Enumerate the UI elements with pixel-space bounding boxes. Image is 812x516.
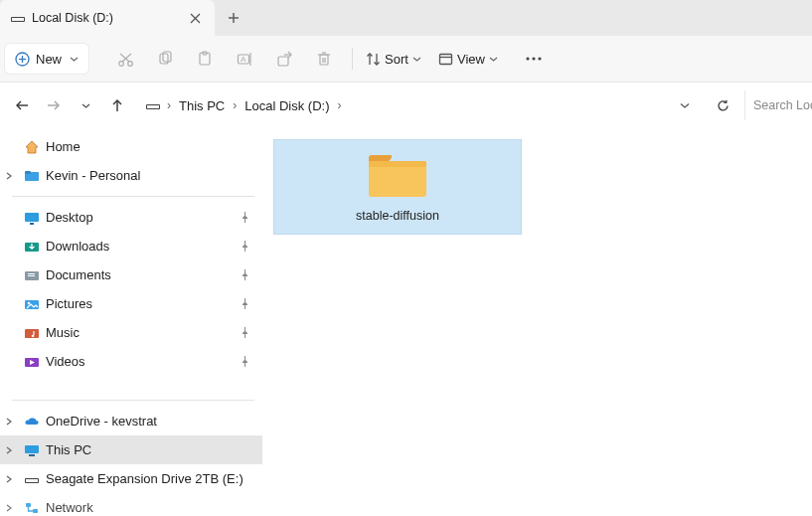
sidebar-separator — [12, 400, 254, 401]
new-button-label: New — [36, 52, 62, 67]
main-toolbar: New A Sort View — [0, 36, 812, 83]
svg-line-11 — [120, 54, 129, 62]
close-tab-button[interactable] — [183, 6, 207, 30]
cut-button[interactable] — [107, 43, 143, 75]
sidebar-item-videos[interactable]: Videos — [0, 347, 262, 376]
pin-icon — [240, 240, 250, 255]
file-list-pane[interactable]: stable-diffusion — [263, 129, 812, 516]
refresh-button[interactable] — [707, 89, 738, 121]
sidebar-item-label: Desktop — [46, 210, 93, 225]
tab-title: Local Disk (D:) — [32, 11, 177, 25]
sidebar-item-personal[interactable]: Kevin - Personal — [0, 161, 262, 190]
breadcrumb-this-pc[interactable]: This PC — [177, 96, 227, 115]
new-button[interactable]: New — [4, 43, 89, 75]
svg-point-55 — [32, 334, 35, 337]
sidebar-item-onedrive[interactable]: OneDrive - kevstrat — [0, 407, 262, 435]
sidebar-item-desktop[interactable]: Desktop — [0, 203, 262, 232]
delete-button[interactable] — [306, 43, 342, 75]
expand-icon[interactable] — [4, 415, 14, 430]
expand-icon[interactable] — [4, 501, 14, 516]
sort-label: Sort — [385, 52, 408, 67]
sidebar-item-this-pc[interactable]: This PC — [0, 435, 262, 464]
drive-icon — [24, 471, 40, 487]
view-icon — [438, 52, 453, 67]
more-button[interactable] — [514, 43, 554, 75]
folder-icon — [366, 152, 429, 203]
drive-icon — [10, 10, 26, 26]
svg-rect-22 — [320, 55, 328, 65]
pin-icon — [240, 211, 250, 226]
svg-rect-44 — [244, 219, 245, 223]
folder-stable-diffusion[interactable]: stable-diffusion — [273, 139, 522, 235]
view-button[interactable]: View — [432, 43, 504, 75]
sidebar-item-downloads[interactable]: Downloads — [0, 232, 262, 260]
drive-icon — [145, 97, 161, 113]
breadcrumb-sep: › — [335, 98, 343, 112]
nav-back-button[interactable] — [6, 89, 38, 121]
svg-rect-48 — [28, 273, 35, 274]
pin-icon — [240, 326, 250, 341]
svg-rect-61 — [29, 454, 35, 456]
share-button[interactable] — [266, 43, 302, 75]
address-bar-row: › This PC › Local Disk (D:) › Search Loc… — [0, 83, 812, 129]
sidebar-item-network[interactable]: Network — [0, 493, 262, 516]
svg-point-52 — [28, 301, 31, 304]
svg-rect-41 — [25, 171, 31, 174]
tab-local-disk-d[interactable]: Local Disk (D:) — [0, 0, 215, 36]
svg-rect-46 — [244, 248, 245, 252]
toolbar-separator — [352, 48, 353, 70]
search-input[interactable]: Search Local Disk (D:) — [744, 90, 812, 120]
address-bar[interactable]: › This PC › Local Disk (D:) › — [139, 89, 669, 121]
sidebar-item-label: Seagate Expansion Drive 2TB (E:) — [46, 471, 244, 486]
chevron-down-icon — [489, 55, 498, 64]
svg-rect-53 — [244, 305, 245, 309]
sidebar-item-label: This PC — [46, 442, 91, 457]
chevron-down-icon — [412, 55, 421, 64]
svg-rect-42 — [25, 213, 39, 222]
sidebar-item-external-drive[interactable]: Seagate Expansion Drive 2TB (E:) — [0, 464, 262, 493]
expand-icon[interactable] — [4, 443, 14, 458]
svg-rect-60 — [25, 445, 39, 453]
sort-icon — [366, 52, 381, 67]
svg-line-12 — [122, 54, 131, 62]
svg-rect-65 — [33, 509, 38, 513]
rename-button[interactable]: A — [227, 43, 262, 75]
nav-recent-button[interactable] — [70, 89, 101, 121]
svg-point-31 — [526, 57, 529, 60]
videos-icon — [24, 354, 40, 370]
sidebar-item-pictures[interactable]: Pictures — [0, 289, 262, 318]
breadcrumb-local-disk-d[interactable]: Local Disk (D:) — [243, 96, 331, 115]
svg-rect-20 — [278, 57, 288, 66]
breadcrumb-sep: › — [231, 98, 239, 112]
svg-rect-67 — [369, 161, 426, 167]
sort-button[interactable]: Sort — [359, 43, 428, 75]
pin-icon — [240, 268, 250, 283]
chevron-down-icon — [70, 55, 79, 64]
svg-point-32 — [532, 57, 535, 60]
sidebar-item-label: Network — [46, 500, 93, 515]
new-tab-button[interactable] — [215, 0, 252, 36]
address-history-button[interactable] — [669, 89, 701, 121]
expand-icon[interactable] — [4, 472, 14, 487]
sidebar-item-documents[interactable]: Documents — [0, 260, 262, 289]
network-icon — [24, 500, 40, 516]
sidebar-item-label: Kevin - Personal — [46, 168, 140, 183]
sidebar-item-label: Music — [46, 325, 80, 340]
copy-button[interactable] — [147, 43, 183, 75]
folder-icon — [24, 168, 40, 184]
svg-rect-50 — [244, 276, 245, 280]
sidebar-item-label: Pictures — [46, 296, 92, 311]
sidebar-separator — [12, 196, 254, 197]
nav-forward-button[interactable] — [38, 89, 70, 121]
home-icon — [24, 139, 40, 155]
sidebar-item-label: Documents — [46, 267, 111, 282]
pin-icon — [240, 297, 250, 312]
svg-rect-38 — [147, 105, 159, 108]
nav-up-button[interactable] — [101, 89, 133, 121]
expand-icon[interactable] — [4, 169, 14, 184]
body-split: Home Kevin - Personal Desktop Downloads … — [0, 129, 812, 516]
sidebar-item-home[interactable]: Home — [0, 132, 262, 161]
paste-button[interactable] — [187, 43, 223, 75]
breadcrumb-sep: › — [165, 98, 173, 112]
sidebar-item-music[interactable]: Music — [0, 318, 262, 347]
